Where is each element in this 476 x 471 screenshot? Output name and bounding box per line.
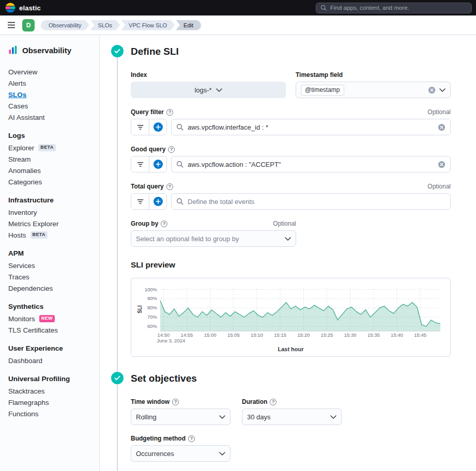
sidebar-item-functions[interactable]: Functions (8, 408, 94, 419)
svg-text:15:25: 15:25 (321, 332, 333, 338)
good-query-searchbar (171, 156, 451, 172)
sidebar-section-logs: Logs (8, 132, 94, 139)
query-filter-optional: Optional (427, 108, 451, 116)
breadcrumb-edit[interactable]: Edit (176, 20, 201, 30)
filter-icon (136, 123, 144, 131)
help-icon[interactable] (161, 221, 167, 227)
page-body: Observability OverviewAlertsSLOsCasesAI … (0, 35, 476, 471)
filter-icon (136, 161, 144, 168)
total-query-optional: Optional (427, 183, 451, 190)
sidebar-item-label: Cases (8, 102, 28, 110)
sidebar-item-label: AI Assistant (8, 114, 45, 121)
total-query-buttons (131, 193, 167, 210)
elastic-logo-group[interactable]: elastic (4, 3, 41, 13)
badge-new: NEW (39, 315, 55, 322)
help-icon[interactable] (168, 146, 175, 153)
sidebar-section-synthetics: Synthetics (8, 303, 94, 310)
sidebar-item-explorer[interactable]: ExplorerBETA (8, 142, 94, 153)
query-filter-input[interactable] (188, 123, 434, 131)
svg-text:15:20: 15:20 (297, 332, 310, 338)
time-window-select[interactable]: Rolling (131, 409, 231, 425)
help-icon[interactable] (166, 183, 173, 190)
timestamp-value-badge[interactable]: @timestamp (301, 85, 344, 96)
svg-text:100%: 100% (145, 287, 158, 292)
help-icon[interactable] (166, 109, 173, 116)
plus-icon (153, 122, 163, 132)
sidebar-item-overview[interactable]: Overview (8, 66, 94, 77)
group-by-select[interactable]: Select an optional field to group by (131, 230, 296, 247)
filter-button[interactable] (131, 156, 149, 172)
filter-button[interactable] (131, 119, 149, 135)
search-icon (176, 161, 183, 168)
step-2-title: Set objectives (131, 372, 476, 385)
breadcrumb-observability[interactable]: Observability (41, 20, 89, 30)
breadcrumbs: ObservabilitySLOsVPC Flow SLOEdit (40, 20, 201, 30)
sidebar-item-monitors[interactable]: MonitorsNEW (8, 313, 94, 324)
sidebar-item-flamegraphs[interactable]: Flamegraphs (8, 397, 94, 408)
index-select-value: logs-* (194, 86, 211, 94)
filter-button[interactable] (131, 194, 149, 209)
sidebar-item-ai-assistant[interactable]: AI Assistant (8, 112, 94, 123)
sidebar-item-alerts[interactable]: Alerts (8, 77, 94, 89)
budgeting-method-label: Budgeting method (131, 435, 231, 442)
add-filter-button[interactable] (149, 119, 166, 135)
global-search-input[interactable]: Find apps, content, and more. (316, 3, 472, 13)
good-query-input[interactable] (188, 161, 434, 168)
global-search-placeholder: Find apps, content, and more. (330, 5, 409, 11)
sli-preview-chart-panel: 14:50June 3, 202414:5515:0015:0515:1015:… (131, 278, 451, 357)
sidebar-item-label: Explorer (8, 144, 34, 152)
svg-text:14:50: 14:50 (157, 332, 170, 338)
plus-icon (153, 160, 163, 169)
timestamp-clear-icon[interactable] (428, 86, 436, 94)
sidebar: Observability OverviewAlertsSLOsCasesAI … (0, 35, 100, 471)
sidebar-item-slos[interactable]: SLOs (8, 89, 94, 100)
sidebar-item-hosts[interactable]: HostsBETA (8, 229, 94, 241)
budgeting-method-select[interactable]: Occurrences (131, 445, 231, 462)
step-set-objectives: Set objectives Time window Rolling (131, 372, 476, 471)
sidebar-item-dashboard[interactable]: Dashboard (8, 355, 94, 366)
sidebar-item-tls-certificates[interactable]: TLS Certificates (8, 324, 94, 336)
group-by-label: Group by Optional (131, 220, 296, 227)
sidebar-item-label: SLOs (8, 91, 26, 99)
breadcrumb-slos[interactable]: SLOs (90, 20, 120, 30)
chevron-down-icon[interactable] (439, 88, 446, 92)
sidebar-item-stacktraces[interactable]: Stacktraces (8, 385, 94, 397)
duration-label: Duration (242, 398, 342, 405)
sidebar-item-label: Metrics Explorer (8, 220, 59, 228)
space-avatar[interactable]: D (22, 19, 35, 32)
sidebar-item-categories[interactable]: Categories (8, 176, 94, 187)
svg-text:15:45: 15:45 (414, 332, 426, 338)
sidebar-item-traces[interactable]: Traces (8, 271, 94, 282)
help-icon[interactable] (270, 399, 277, 405)
chevron-down-icon (330, 415, 336, 419)
svg-text:15:10: 15:10 (251, 332, 263, 338)
svg-text:15:30: 15:30 (344, 332, 357, 338)
sidebar-item-label: Stream (8, 155, 31, 163)
menu-icon[interactable] (6, 20, 17, 31)
good-query-clear-icon[interactable] (438, 161, 446, 168)
add-filter-button[interactable] (149, 194, 166, 209)
sidebar-title-label: Observability (22, 46, 71, 55)
sidebar-item-label: Flamegraphs (8, 399, 49, 406)
sidebar-section-user-experience: User Experience (8, 344, 94, 352)
add-filter-button[interactable] (149, 156, 166, 172)
sidebar-item-metrics-explorer[interactable]: Metrics Explorer (8, 218, 94, 229)
duration-select[interactable]: 30 days (242, 409, 342, 425)
total-query-input[interactable] (188, 198, 446, 206)
time-window-label: Time window (131, 398, 231, 405)
help-icon[interactable] (172, 399, 179, 405)
sidebar-section-infrastructure: Infrastructure (8, 196, 94, 204)
sidebar-item-cases[interactable]: Cases (8, 100, 94, 112)
query-filter-clear-icon[interactable] (438, 123, 446, 131)
index-select[interactable]: logs-* (131, 82, 286, 98)
timestamp-combobox[interactable]: @timestamp (296, 82, 451, 98)
sidebar-item-dependencies[interactable]: Dependencies (8, 282, 94, 294)
svg-text:SLI: SLI (137, 305, 143, 313)
sidebar-item-services[interactable]: Services (8, 260, 94, 271)
sidebar-item-inventory[interactable]: Inventory (8, 207, 94, 218)
sidebar-item-stream[interactable]: Stream (8, 153, 94, 165)
breadcrumb-vpc-flow-slo[interactable]: VPC Flow SLO (121, 20, 175, 30)
sidebar-item-anomalies[interactable]: Anomalies (8, 165, 94, 176)
sidebar-item-label: Traces (8, 273, 29, 281)
help-icon[interactable] (188, 435, 195, 442)
